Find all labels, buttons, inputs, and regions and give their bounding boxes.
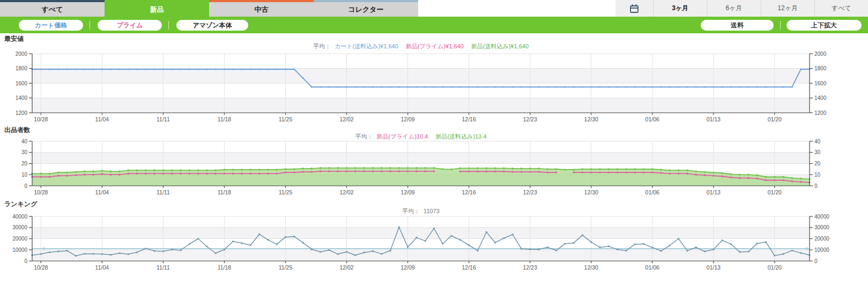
price-chart-title: 最安値 xyxy=(4,34,24,43)
svg-text:11/18: 11/18 xyxy=(218,264,232,271)
svg-text:1200: 1200 xyxy=(16,110,28,116)
legend-prefix: 平均： xyxy=(313,43,331,49)
tab-all-label: すべて xyxy=(42,5,63,14)
toolbar-separator xyxy=(168,21,169,30)
prime-button[interactable]: プライム xyxy=(98,20,162,31)
svg-text:01/13: 01/13 xyxy=(707,189,721,195)
svg-text:12/23: 12/23 xyxy=(523,264,537,271)
svg-text:01/06: 01/06 xyxy=(646,189,659,195)
svg-text:20: 20 xyxy=(814,161,821,166)
svg-text:01/20: 01/20 xyxy=(768,189,782,195)
svg-text:01/13: 01/13 xyxy=(707,264,721,271)
svg-text:12/16: 12/16 xyxy=(462,189,476,195)
legend-item: 新品(送料込み)¥1,640 xyxy=(471,43,529,49)
svg-text:30000: 30000 xyxy=(12,224,27,230)
svg-text:12/30: 12/30 xyxy=(584,264,598,271)
svg-text:01/06: 01/06 xyxy=(646,264,659,271)
svg-text:11/18: 11/18 xyxy=(218,116,232,122)
svg-text:12/09: 12/09 xyxy=(400,116,414,122)
svg-text:10/28: 10/28 xyxy=(34,116,48,122)
svg-text:1400: 1400 xyxy=(814,95,827,101)
svg-text:12/23: 12/23 xyxy=(523,116,537,122)
expand-vertical-button[interactable]: 上下拡大 xyxy=(787,20,862,31)
calendar-icon xyxy=(629,4,639,13)
ranking-chart[interactable]: 4000040000300003000020000200001000010000… xyxy=(0,214,868,279)
svg-text:1400: 1400 xyxy=(16,95,28,101)
range-12months[interactable]: 12ヶ月 xyxy=(761,0,814,17)
svg-text:11/11: 11/11 xyxy=(157,189,170,195)
svg-text:0: 0 xyxy=(814,183,818,189)
range-all[interactable]: すべて xyxy=(814,0,868,17)
amazon-button[interactable]: アマゾン本体 xyxy=(176,20,248,31)
tab-new-label: 新品 xyxy=(150,5,164,14)
filter-toolbar: カート価格 プライム アマゾン本体 送料 上下拡大 xyxy=(0,17,868,33)
range-6months[interactable]: 6ヶ月 xyxy=(707,0,760,17)
svg-text:2000: 2000 xyxy=(16,51,28,57)
svg-text:40000: 40000 xyxy=(814,214,829,220)
toolbar-separator xyxy=(780,21,781,30)
svg-text:1800: 1800 xyxy=(814,66,827,71)
price-chart-legend: 平均：カート(送料込み)¥1,640新品(プライム)¥1,640新品(送料込み)… xyxy=(32,42,810,50)
range-3months[interactable]: 3ヶ月 xyxy=(653,0,707,17)
price-chart[interactable]: 2000200018001800160016001400140012001200… xyxy=(0,51,868,124)
svg-text:40000: 40000 xyxy=(12,214,27,220)
tab-new[interactable]: 新品 xyxy=(105,0,209,17)
tab-collector-label: コレクター xyxy=(348,5,383,14)
svg-text:11/04: 11/04 xyxy=(95,116,109,122)
svg-text:2000: 2000 xyxy=(814,51,827,57)
svg-text:11/11: 11/11 xyxy=(157,116,170,122)
svg-text:20000: 20000 xyxy=(12,236,27,242)
range-6months-label: 6ヶ月 xyxy=(725,4,742,13)
svg-text:01/13: 01/13 xyxy=(707,116,721,122)
tab-used-label: 中古 xyxy=(255,5,269,14)
svg-text:10: 10 xyxy=(21,172,28,178)
svg-text:0: 0 xyxy=(24,258,27,264)
condition-tabs: すべて 新品 中古 コレクター xyxy=(0,0,418,17)
svg-text:11/18: 11/18 xyxy=(218,189,232,195)
svg-text:11/04: 11/04 xyxy=(95,264,109,271)
svg-text:11/25: 11/25 xyxy=(279,189,293,195)
svg-text:12/02: 12/02 xyxy=(339,264,353,271)
svg-text:1800: 1800 xyxy=(16,66,28,71)
tab-all[interactable]: すべて xyxy=(0,0,105,17)
calendar-button[interactable] xyxy=(615,0,653,17)
svg-text:01/20: 01/20 xyxy=(768,116,782,122)
legend-item: カート(送料込み)¥1,640 xyxy=(335,43,398,49)
range-3months-label: 3ヶ月 xyxy=(672,4,688,13)
svg-text:20000: 20000 xyxy=(814,236,829,242)
svg-text:11/25: 11/25 xyxy=(279,116,293,122)
shipping-button[interactable]: 送料 xyxy=(701,20,774,31)
legend-item: 新品(プライム)¥1,640 xyxy=(406,43,464,49)
svg-text:12/16: 12/16 xyxy=(462,116,476,122)
svg-text:40: 40 xyxy=(814,139,821,144)
seller-count-chart-title: 出品者数 xyxy=(4,126,30,135)
svg-text:1600: 1600 xyxy=(814,81,827,86)
svg-text:10/28: 10/28 xyxy=(34,264,48,271)
svg-text:1200: 1200 xyxy=(814,110,827,116)
range-12months-label: 12ヶ月 xyxy=(777,4,798,13)
svg-text:30: 30 xyxy=(21,149,28,155)
svg-text:20: 20 xyxy=(21,161,28,166)
range-all-label: すべて xyxy=(832,4,851,13)
svg-text:10: 10 xyxy=(814,172,821,178)
svg-text:10/28: 10/28 xyxy=(34,189,48,195)
svg-text:30: 30 xyxy=(814,149,821,155)
svg-text:0: 0 xyxy=(24,183,27,189)
svg-text:11/04: 11/04 xyxy=(95,189,109,195)
svg-text:10000: 10000 xyxy=(814,247,829,253)
svg-text:12/30: 12/30 xyxy=(584,189,598,195)
svg-text:12/09: 12/09 xyxy=(400,264,414,271)
svg-text:11/25: 11/25 xyxy=(279,264,293,271)
svg-text:11/11: 11/11 xyxy=(157,264,170,271)
cart-price-button[interactable]: カート価格 xyxy=(19,20,83,31)
svg-text:1600: 1600 xyxy=(16,81,28,86)
svg-text:01/20: 01/20 xyxy=(768,264,782,271)
svg-text:01/06: 01/06 xyxy=(646,116,659,122)
condition-tab-bar: すべて 新品 中古 コレクター 3ヶ月 6ヶ月 12ヶ月 xyxy=(0,0,868,17)
tab-used[interactable]: 中古 xyxy=(209,0,314,17)
svg-text:12/09: 12/09 xyxy=(400,189,414,195)
svg-text:30000: 30000 xyxy=(814,224,829,230)
seller-count-chart[interactable]: 40403030202010100010/2811/0411/1111/1811… xyxy=(0,139,868,197)
tab-collector[interactable]: コレクター xyxy=(314,0,418,17)
svg-text:12/23: 12/23 xyxy=(523,189,537,195)
